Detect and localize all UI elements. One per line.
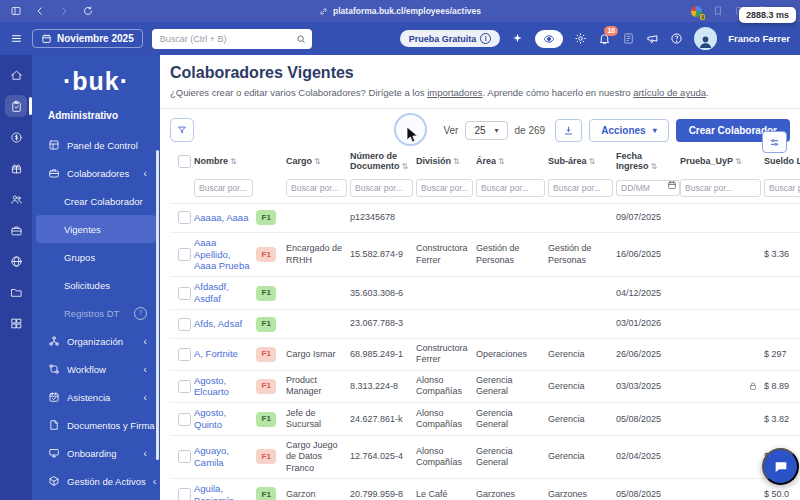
period-selector[interactable]: Noviembre 2025 — [32, 29, 143, 48]
briefcase-icon[interactable] — [5, 219, 27, 241]
trial-badge[interactable]: Prueba Gratuitai — [400, 30, 501, 47]
collaborator-name-link[interactable]: Afds, Adsaf — [194, 314, 256, 334]
help-icon[interactable] — [670, 32, 683, 45]
sparkle-icon[interactable] — [511, 32, 524, 45]
column-header--rea[interactable]: Área⇅ — [476, 156, 548, 166]
sidebar-scrollbar[interactable] — [156, 150, 159, 460]
help-article-link[interactable]: artículo de ayuda — [633, 87, 706, 98]
sidebar-item-workflow[interactable]: Workflow‹ — [36, 355, 156, 383]
filter-input[interactable] — [416, 179, 473, 197]
row-checkbox[interactable] — [178, 348, 191, 361]
sort-icon[interactable]: ⇅ — [589, 157, 596, 166]
page-size-select[interactable]: 25▾ — [465, 121, 507, 140]
sidebar-item-colaboradores[interactable]: Colaboradores‹ — [36, 159, 156, 187]
extension-avatar-icon[interactable]: 9 — [691, 6, 702, 17]
sidebar-item-crear-colaborador[interactable]: Crear Colaborador — [36, 187, 156, 215]
column-header-sub-rea[interactable]: Sub-área⇅ — [548, 156, 616, 166]
row-checkbox[interactable] — [178, 318, 191, 331]
sort-icon[interactable]: ⇅ — [498, 157, 505, 166]
table-row: Aaaa Apellido, Aaaa PruebaF1Encargado de… — [170, 232, 800, 277]
reload-icon[interactable] — [82, 5, 94, 17]
gift-icon[interactable] — [5, 157, 27, 179]
filter-input[interactable] — [350, 179, 413, 197]
collaborator-name-link[interactable]: Aguayo, Camila — [194, 441, 256, 473]
sidebar-item-registros-dt[interactable]: Registros DT? — [36, 299, 156, 327]
sort-icon[interactable]: ⇅ — [735, 157, 742, 166]
filter-input[interactable] — [286, 179, 347, 197]
row-checkbox[interactable] — [178, 287, 191, 300]
global-search[interactable] — [152, 29, 312, 49]
collaborator-name-link[interactable]: Agosto, Elcuarto — [194, 371, 256, 403]
collaborator-name-link[interactable]: A, Fortnite — [194, 344, 256, 364]
filter-input[interactable] — [548, 179, 613, 197]
column-header-n-mero-de-documento[interactable]: Número de Documento⇅ — [350, 151, 416, 172]
sort-icon[interactable]: ⇅ — [402, 162, 409, 171]
importadores-link[interactable]: importadores — [427, 87, 482, 98]
row-checkbox[interactable] — [178, 380, 191, 393]
column-header-cargo[interactable]: Cargo⇅ — [286, 156, 350, 166]
home-icon[interactable] — [5, 64, 27, 86]
megaphone-icon[interactable] — [646, 32, 659, 45]
filter-input[interactable] — [680, 179, 761, 197]
acciones-button[interactable]: Acciones▾ — [589, 119, 668, 142]
cell-area: Operaciones — [476, 345, 548, 364]
sidebar-item-grupos[interactable]: Grupos — [36, 243, 156, 271]
row-checkbox[interactable] — [178, 248, 191, 261]
collaborator-name-link[interactable]: Aaaa Apellido, Aaaa Prueba — [194, 233, 256, 277]
sidebar-item-documentos-y-firma[interactable]: Documentos y Firma‹ — [36, 411, 156, 439]
bookmark-icon[interactable] — [712, 5, 724, 17]
folder-icon[interactable] — [5, 281, 27, 303]
table-row: Aguayo, CamilaF1Cargo Juego de Datos Fra… — [170, 435, 800, 478]
globe-icon[interactable] — [5, 250, 27, 272]
collaborator-name-link[interactable]: Aguila, Benjamín — [194, 479, 256, 500]
date-filter[interactable] — [616, 177, 680, 194]
sidebar-item-solicitudes[interactable]: Solicitudes — [36, 271, 156, 299]
sidebar-toggle-icon[interactable] — [10, 5, 22, 17]
sidebar-item-vigentes[interactable]: Vigentes — [36, 215, 156, 243]
sidebar-item-onboarding[interactable]: Onboarding‹ — [36, 439, 156, 467]
sort-icon[interactable]: ⇅ — [314, 157, 321, 166]
select-all-checkbox[interactable] — [178, 155, 191, 168]
forward-icon[interactable] — [58, 5, 70, 17]
filter-input[interactable] — [194, 179, 253, 197]
column-header-nombre[interactable]: Nombre⇅ — [194, 156, 256, 166]
notifications-button[interactable]: 16 — [598, 32, 611, 45]
column-settings-button[interactable] — [762, 131, 787, 153]
row-checkbox[interactable] — [178, 413, 191, 426]
search-input[interactable] — [158, 33, 292, 45]
back-icon[interactable] — [34, 5, 46, 17]
column-header-divisi-n[interactable]: División⇅ — [416, 156, 476, 166]
sort-icon[interactable]: ⇅ — [651, 162, 658, 171]
sort-icon[interactable]: ⇅ — [453, 157, 460, 166]
users-icon[interactable] — [5, 188, 27, 210]
chat-launcher-button[interactable] — [762, 448, 799, 485]
collaborator-name-link[interactable]: Aaaaa, Aaaa — [194, 208, 256, 228]
gear-icon[interactable] — [574, 32, 587, 45]
sort-icon[interactable]: ⇅ — [230, 157, 237, 166]
clipboard-icon[interactable] — [5, 95, 27, 117]
row-checkbox[interactable] — [178, 211, 191, 224]
column-header-fecha-ingreso[interactable]: Fecha Ingreso⇅ — [616, 151, 680, 172]
sidebar-item-panel-de-control[interactable]: Panel de Control — [36, 131, 156, 159]
filter-input[interactable] — [764, 179, 800, 197]
sidebar-item-gesti-n-de-activos[interactable]: Gestión de Activos‹ — [36, 467, 156, 495]
row-checkbox[interactable] — [178, 488, 191, 500]
sidebar-item-organizaci-n[interactable]: Organización‹ — [36, 327, 156, 355]
filter-input[interactable] — [476, 179, 545, 197]
coin-icon[interactable] — [5, 126, 27, 148]
download-button[interactable] — [555, 119, 582, 142]
column-header-prueba-uyp[interactable]: Prueba_UyP⇅ — [680, 156, 764, 166]
sidebar-item-asistencia[interactable]: Asistencia‹ — [36, 383, 156, 411]
column-header-sueldo-l-quido[interactable]: Sueldo Líquido⇅ — [764, 156, 800, 166]
address-bar[interactable]: plataforma.buk.cl/employees/actives — [319, 6, 481, 16]
collaborator-name-link[interactable]: Agosto, Quinto — [194, 403, 256, 435]
view-as-button[interactable] — [535, 30, 563, 48]
grid-icon[interactable] — [5, 312, 27, 334]
row-checkbox[interactable] — [178, 450, 191, 463]
filter-button[interactable] — [170, 118, 194, 142]
changelog-icon[interactable] — [622, 32, 635, 45]
user-avatar[interactable] — [694, 27, 717, 50]
menu-icon[interactable] — [10, 32, 23, 45]
cell-division — [416, 320, 476, 328]
collaborator-name-link[interactable]: Afdasdf, Asdfaf — [194, 277, 256, 309]
